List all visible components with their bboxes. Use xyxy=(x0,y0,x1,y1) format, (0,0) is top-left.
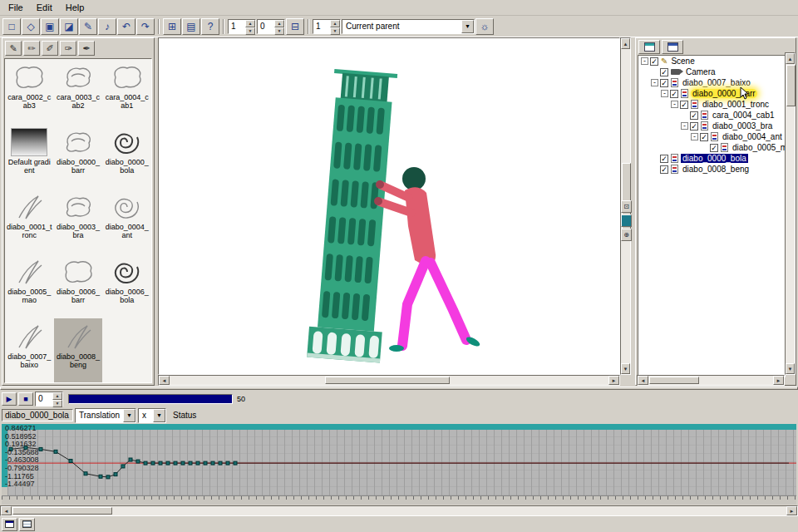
tree-item-diabo-0003-bra[interactable]: - ✓ diabo_0003_bra xyxy=(638,121,785,131)
stop-button[interactable]: ■ xyxy=(18,392,33,406)
help-button[interactable]: ? xyxy=(201,18,219,35)
scroll-right-icon[interactable]: ► xyxy=(773,376,784,385)
scroll-right-icon[interactable]: ► xyxy=(608,376,619,385)
scroll-left-icon[interactable]: ◄ xyxy=(638,376,648,385)
scrollbar-thumb[interactable] xyxy=(786,65,796,106)
library-item[interactable]: diabo_0000_bola xyxy=(102,124,151,189)
scene-frame-spinner[interactable]: 1 ▲▼ xyxy=(313,19,341,34)
timeline-toggle-button[interactable]: ⊟ xyxy=(286,18,304,35)
collapse-icon[interactable]: - xyxy=(661,90,668,97)
undo-button[interactable]: ↶ xyxy=(117,18,135,35)
exposure-sheet-button[interactable]: ⊞ xyxy=(163,18,181,35)
tree-item-camera[interactable]: ✓ Camera xyxy=(638,66,785,77)
play-button[interactable]: ▶ xyxy=(2,392,17,406)
visibility-checkbox[interactable]: ✓ xyxy=(660,79,668,87)
tree-horizontal-scrollbar[interactable]: ◄ ► xyxy=(637,375,785,386)
collapse-icon[interactable]: - xyxy=(671,101,678,108)
visibility-checkbox[interactable]: ✓ xyxy=(690,122,698,131)
scrollbar-thumb[interactable] xyxy=(649,377,699,384)
menu-help[interactable]: Help xyxy=(59,1,91,14)
parent-select[interactable]: Current parent ▼ xyxy=(342,19,475,34)
visibility-checkbox[interactable]: ✓ xyxy=(660,155,668,163)
visibility-checkbox[interactable]: ✓ xyxy=(700,133,708,141)
library-item[interactable]: cara_0002_cab3 xyxy=(5,59,54,124)
spinner-arrows[interactable]: ▲▼ xyxy=(52,392,62,406)
ink-tool-button[interactable]: ✑ xyxy=(60,41,76,56)
tree-item-diabo-0005-ma[interactable]: ✓ diabo_0005_ma xyxy=(638,142,785,153)
canvas-vertical-scrollbar[interactable]: ▲ ⊡ ⊕ ▼ xyxy=(620,37,631,375)
tree-item-diabo-0004-ant[interactable]: - ✓ diabo_0004_ant xyxy=(638,131,785,142)
timeline-horizontal-scrollbar[interactable]: ◄ ► xyxy=(0,505,798,516)
save-button[interactable]: ▣ xyxy=(41,18,59,35)
visibility-checkbox[interactable]: ✓ xyxy=(660,165,668,174)
canvas-horizontal-scrollbar[interactable]: ◄ ► xyxy=(158,375,620,386)
visibility-checkbox[interactable]: ✓ xyxy=(690,111,698,120)
frame-spinner[interactable]: 0 ▲▼ xyxy=(35,392,63,406)
spinner-arrows[interactable]: ▲▼ xyxy=(274,20,284,33)
tree-item-diabo-0007-baixo[interactable]: - ✓ diabo_0007_baixo xyxy=(638,77,785,88)
frame-ruler[interactable] xyxy=(2,495,796,505)
effects-button[interactable]: ▤ xyxy=(182,18,200,35)
scroll-left-icon[interactable]: ◄ xyxy=(159,376,170,385)
chevron-down-icon[interactable]: ▼ xyxy=(153,409,165,422)
globe-view-button[interactable]: ⊕ xyxy=(621,229,632,241)
tree-item-diabo-0000-bola[interactable]: ✓ diabo_0000_bola xyxy=(638,153,785,164)
chevron-down-icon[interactable]: ▼ xyxy=(461,20,474,33)
library-item-selected[interactable]: diabo_0008_beng xyxy=(54,318,103,383)
tree-item-diabo-0000-barr[interactable]: - ✓ diabo_0000_barr xyxy=(638,88,785,99)
cube-icon[interactable]: ◇ xyxy=(22,18,40,35)
panel-splitter[interactable] xyxy=(0,387,798,390)
library-item[interactable]: diabo_0003_bra xyxy=(54,189,103,254)
scroll-up-icon[interactable]: ▲ xyxy=(621,38,630,49)
sound-button[interactable]: ♪ xyxy=(98,18,116,35)
render-button[interactable]: ☼ xyxy=(475,18,494,35)
scroll-down-icon[interactable]: ▼ xyxy=(786,363,795,374)
scroll-down-icon[interactable]: ▼ xyxy=(621,363,630,374)
eraser-tool-button[interactable]: ✒ xyxy=(78,41,95,56)
visibility-checkbox[interactable]: ✓ xyxy=(650,57,658,66)
collapse-icon[interactable]: - xyxy=(641,57,648,65)
library-item[interactable]: Default gradient xyxy=(5,124,54,189)
tab-xsheet[interactable] xyxy=(662,40,683,54)
scrollbar-thumb[interactable] xyxy=(12,507,112,515)
pen-tool-button[interactable]: ✐ xyxy=(42,41,58,56)
library-item[interactable]: diabo_0001_tronc xyxy=(5,189,54,254)
tree-item-cara-0004-cab1[interactable]: ✓ cara_0004_cab1 xyxy=(638,110,785,121)
scroll-left-icon[interactable]: ◄ xyxy=(1,506,12,515)
scrollbar-thumb[interactable] xyxy=(325,377,450,384)
visibility-checkbox[interactable]: ✓ xyxy=(660,68,668,76)
resize-view-button[interactable]: ⊡ xyxy=(621,200,632,213)
spinner-arrows[interactable]: ▲▼ xyxy=(245,20,255,33)
brush-button[interactable]: ✎ xyxy=(79,18,97,35)
camera-view-button[interactable] xyxy=(621,214,632,227)
library-item[interactable]: diabo_0004_ant xyxy=(102,189,151,254)
collapse-icon[interactable]: - xyxy=(651,79,658,86)
visibility-checkbox[interactable]: ✓ xyxy=(680,101,688,109)
library-item[interactable]: cara_0003_cab2 xyxy=(54,59,103,124)
pencil-tool-button[interactable]: ✏ xyxy=(23,41,40,56)
axis-select[interactable]: x ▼ xyxy=(138,408,166,423)
channel-select[interactable]: Translation ▼ xyxy=(75,408,136,423)
library-item[interactable]: diabo_0005_mao xyxy=(5,254,54,318)
spinner-arrows[interactable]: ▲▼ xyxy=(330,20,340,33)
timeline-view-button[interactable] xyxy=(2,518,17,531)
start-frame-spinner[interactable]: 1 ▲▼ xyxy=(228,19,256,34)
current-frame-spinner[interactable]: 0 ▲▼ xyxy=(257,19,285,34)
library-item[interactable]: diabo_0006_bola xyxy=(102,254,151,318)
scroll-right-icon[interactable]: ► xyxy=(786,506,797,515)
library-item[interactable]: cara_0004_cab1 xyxy=(102,59,151,124)
collapse-icon[interactable]: - xyxy=(691,133,698,140)
collapse-icon[interactable]: - xyxy=(681,122,688,130)
camera-view-canvas[interactable] xyxy=(158,37,620,375)
scroll-up-icon[interactable]: ▲ xyxy=(786,53,795,64)
visibility-checkbox[interactable]: ✓ xyxy=(710,144,718,152)
select-tool-button[interactable]: ✎ xyxy=(5,41,22,56)
tree-item-diabo-0001-tronc[interactable]: - ✓ diabo_0001_tronc xyxy=(638,99,785,110)
menu-file[interactable]: File xyxy=(2,1,30,14)
palette-button[interactable]: ◪ xyxy=(60,18,78,35)
function-curve[interactable] xyxy=(7,424,796,495)
frame-scrub-bar[interactable] xyxy=(68,394,233,404)
menu-edit[interactable]: Edit xyxy=(30,1,59,14)
tree-item-diabo-0008-beng[interactable]: ✓ diabo_0008_beng xyxy=(638,164,785,175)
tree-item-scene[interactable]: - ✓ ✎ Scene xyxy=(638,56,785,66)
